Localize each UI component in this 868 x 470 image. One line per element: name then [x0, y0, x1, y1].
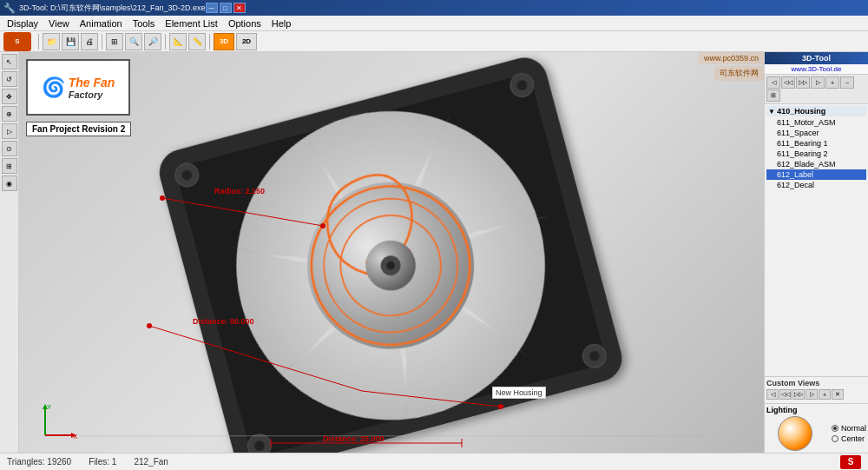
- files-value: 1: [112, 457, 117, 467]
- tree-item-6[interactable]: 612_Decal: [766, 180, 866, 190]
- tree-item-5[interactable]: 612_Label: [766, 169, 866, 180]
- status-files: Files: 1: [89, 457, 116, 467]
- logo-box: 🌀 The Fan Factory: [26, 59, 130, 116]
- tree-root-item[interactable]: ▼ 410_Housing: [766, 106, 866, 116]
- right-panel: 3D-Tool www.3D-Tool.de ◁ ◁◁ ▷▷ ▷ + − ⊞ ▼…: [764, 52, 868, 453]
- toolbar-print[interactable]: 🖨: [81, 33, 98, 50]
- menubar: Display View Animation Tools Element Lis…: [0, 16, 868, 31]
- logo-icon: 🌀: [42, 76, 65, 99]
- app-icon: 🔧: [3, 3, 16, 14]
- left-btn-measure[interactable]: ⊙: [2, 141, 17, 156]
- close-button[interactable]: ✕: [233, 3, 246, 13]
- logo-fan-text: The Fan: [69, 76, 115, 89]
- tree-item-4[interactable]: 612_Blade_ASM: [766, 159, 866, 169]
- cv-btn-1[interactable]: ◁: [766, 389, 779, 400]
- rt-btn-5[interactable]: +: [825, 76, 839, 89]
- lighting-section: Lighting Normal Center: [765, 403, 868, 453]
- custom-views-title: Custom Views: [766, 379, 866, 387]
- toolbar-zoom-out[interactable]: 🔎: [144, 33, 161, 50]
- toolbar-zoom-fit[interactable]: ⊞: [106, 33, 123, 50]
- svg-text:Y: Y: [47, 403, 52, 411]
- status-model-name: 212_Fan: [134, 457, 168, 467]
- tree-item-3[interactable]: 611_Bearing 2: [766, 149, 866, 159]
- menu-help[interactable]: Help: [266, 16, 297, 30]
- new-housing-label: New Housing: [492, 387, 546, 399]
- cv-btn-add[interactable]: +: [819, 389, 831, 400]
- cv-btn-del[interactable]: ✕: [832, 389, 844, 400]
- app-logo-toolbar[interactable]: S: [3, 32, 31, 51]
- toolbar-sep-1: [38, 34, 39, 50]
- menu-tools[interactable]: Tools: [128, 16, 161, 30]
- lighting-title: Lighting: [766, 406, 866, 414]
- right-panel-title: 3D-Tool: [765, 52, 868, 64]
- status-triangles: Triangles: 19260: [7, 457, 71, 467]
- rt-btn-1[interactable]: ◁: [766, 76, 780, 89]
- cv-btn-4[interactable]: ▷: [806, 389, 818, 400]
- menu-animation[interactable]: Animation: [75, 16, 128, 30]
- left-btn-pan[interactable]: ✥: [2, 89, 17, 104]
- toolbar-3d[interactable]: 3D: [214, 33, 234, 50]
- statusbar: Triangles: 19260 Files: 1 212_Fan S: [0, 453, 868, 470]
- toolbar-dimension[interactable]: 📏: [188, 33, 206, 50]
- maximize-button[interactable]: □: [220, 3, 232, 13]
- titlebar-controls: ─ □ ✕: [206, 3, 246, 13]
- custom-views-toolbar: ◁ ◁◁ ▷▷ ▷ + ✕: [766, 389, 866, 400]
- dist1-annotation: Distance: 80.000: [193, 317, 254, 326]
- svg-text:X: X: [73, 433, 78, 440]
- axes-indicator: X Y: [36, 400, 80, 444]
- minimize-button[interactable]: ─: [206, 3, 218, 13]
- left-btn-section[interactable]: ⊞: [2, 158, 17, 174]
- custom-views-section: Custom Views ◁ ◁◁ ▷▷ ▷ + ✕: [765, 376, 868, 403]
- toolbar-save[interactable]: 💾: [62, 33, 79, 50]
- rt-btn-2[interactable]: ◁◁: [781, 76, 795, 89]
- triangles-label: Triangles:: [7, 457, 45, 467]
- tree-item-0[interactable]: 611_Motor_ASM: [766, 117, 866, 128]
- left-btn-select[interactable]: ▷: [2, 123, 17, 139]
- rt-btn-6[interactable]: −: [840, 76, 854, 89]
- viewport[interactable]: FAN 🌀 The Fan Factory Fan Project Revisi…: [19, 52, 764, 453]
- main-layout: ↖ ↺ ✥ ⊕ ▷ ⊙ ⊞ ◉: [0, 52, 868, 453]
- radius-annotation: Radius: 2.150: [214, 187, 265, 195]
- left-btn-arrow[interactable]: ↖: [2, 54, 17, 70]
- rt-btn-3[interactable]: ▷▷: [796, 76, 810, 89]
- dist2-annotation: Distance: 25.000: [323, 434, 385, 443]
- left-btn-rotate[interactable]: ↺: [2, 71, 17, 87]
- rt-btn-7[interactable]: ⊞: [766, 89, 780, 102]
- status-icon: S: [840, 455, 861, 469]
- lighting-normal-label: Normal: [841, 424, 866, 433]
- menu-element-list[interactable]: Element List: [160, 16, 223, 30]
- toolbar: S 📁 💾 🖨 ⊞ 🔍 🔎 📐 📏 3D 2D: [0, 31, 868, 52]
- menu-display[interactable]: Display: [2, 16, 43, 30]
- triangles-value: 19260: [47, 457, 71, 467]
- lighting-normal-option[interactable]: Normal: [832, 424, 866, 433]
- cv-btn-2[interactable]: ◁◁: [779, 389, 792, 400]
- left-btn-zoom[interactable]: ⊕: [2, 106, 17, 122]
- left-btn-light[interactable]: ◉: [2, 175, 17, 191]
- toolbar-sep-3: [165, 34, 166, 50]
- tree-item-1[interactable]: 611_Spacer: [766, 128, 866, 138]
- files-label: Files:: [89, 457, 109, 467]
- toolbar-open[interactable]: 📁: [43, 33, 60, 50]
- lighting-center-label: Center: [841, 434, 865, 443]
- fan-model-svg: FAN: [19, 52, 764, 453]
- menu-view[interactable]: View: [43, 16, 75, 30]
- toolbar-sep-4: [209, 34, 210, 50]
- lighting-center-option[interactable]: Center: [832, 434, 866, 443]
- logo-factory-text: Factory: [69, 89, 115, 100]
- toolbar-measure[interactable]: 📐: [169, 33, 187, 50]
- toolbar-2d[interactable]: 2D: [236, 33, 257, 50]
- toolbar-zoom-in[interactable]: 🔍: [125, 33, 142, 50]
- titlebar-title: 3D-Tool: D:\司东软件网\samples\212_Fan_3D-2D.…: [19, 3, 206, 14]
- toolbar-sep-2: [102, 34, 102, 50]
- cv-btn-3[interactable]: ▷▷: [792, 389, 805, 400]
- lighting-sphere[interactable]: [778, 416, 812, 451]
- tree-item-2[interactable]: 611_Bearing 1: [766, 138, 866, 149]
- titlebar: 🔧 3D-Tool: D:\司东软件网\samples\212_Fan_3D-2…: [0, 0, 868, 16]
- rt-btn-4[interactable]: ▷: [811, 76, 825, 89]
- left-toolbar: ↖ ↺ ✥ ⊕ ▷ ⊙ ⊞ ◉: [0, 52, 19, 453]
- menu-options[interactable]: Options: [223, 16, 266, 30]
- right-panel-url: www.3D-Tool.de: [765, 64, 868, 75]
- lighting-normal-radio[interactable]: [832, 425, 838, 432]
- lighting-center-radio[interactable]: [832, 435, 838, 442]
- tree-view[interactable]: ▼ 410_Housing 611_Motor_ASM 611_Spacer 6…: [765, 104, 868, 376]
